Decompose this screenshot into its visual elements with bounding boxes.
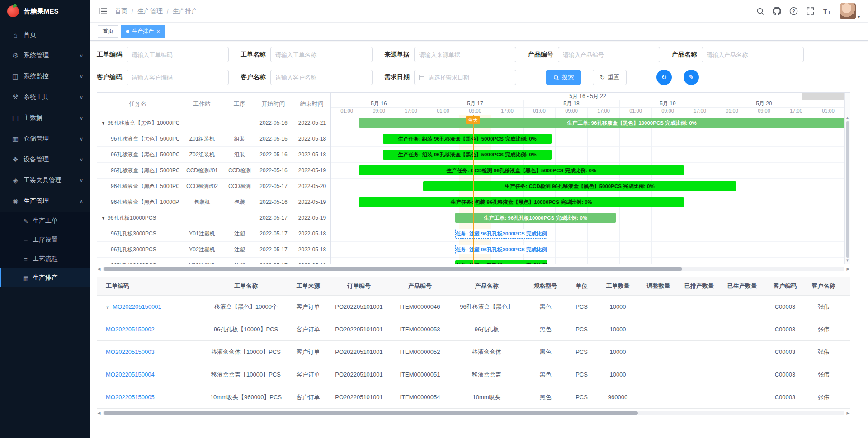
- table-cell: 10000: [596, 341, 639, 363]
- scroll-down-icon[interactable]: ▼: [846, 259, 849, 263]
- question-icon[interactable]: ?: [789, 7, 798, 16]
- gantt-bar[interactable]: 生产任务: 注塑 96孔孔板3000PCS 完成比例: 0%: [455, 229, 547, 239]
- expand-row-icon[interactable]: ∨: [106, 304, 109, 310]
- gantt-bar[interactable]: 生产任务: 注塑 96孔孔板3000PCS 完成比例: 0%: [455, 245, 547, 254]
- gantt-vertical-scrollbar[interactable]: ▲ ▼: [844, 93, 850, 264]
- svg-text:T: T: [828, 10, 830, 14]
- fullscreen-icon[interactable]: [806, 7, 815, 16]
- tree-toggle-icon[interactable]: ▼: [101, 121, 105, 126]
- edit-button[interactable]: ✎: [684, 70, 699, 85]
- master-data-icon: ▤: [10, 114, 21, 122]
- scrollbar-track[interactable]: [103, 267, 844, 271]
- table-row[interactable]: MO20220515000510mm吸头【960000】PCS客户订单PO202…: [97, 386, 850, 409]
- scroll-left-icon[interactable]: ◀: [97, 267, 101, 271]
- breadcrumb-item[interactable]: 生产管理: [137, 7, 163, 15]
- task-name-cell: 96孔移液盒【黑色】5000PCS: [97, 183, 179, 190]
- user-menu[interactable]: ▾: [840, 3, 860, 19]
- logo[interactable]: 苦糖果MES: [0, 0, 90, 23]
- sidebar-item-5[interactable]: ▤主数据∨: [0, 108, 90, 128]
- gantt-bar[interactable]: 生产工单: 96孔孔板10000PCS 完成比例: 0%: [455, 213, 616, 223]
- gantt-task-row[interactable]: ▼96孔孔板10000PCS2022-05-172022-05-19: [97, 210, 330, 226]
- sidebar-subitem-3[interactable]: ≡工艺流程: [0, 250, 90, 268]
- sidebar-subitem-1[interactable]: ✎生产工单: [0, 212, 90, 231]
- table-horizontal-scrollbar[interactable]: ◀ ▶: [97, 410, 850, 416]
- scrollbar-thumb[interactable]: [104, 411, 638, 415]
- scroll-up-icon[interactable]: ▲: [846, 116, 849, 120]
- work-order-link[interactable]: MO202205150004: [106, 371, 155, 378]
- gantt-task-row[interactable]: 96孔孔板3000PCSY03注塑机注塑2022-05-172022-05-18: [97, 258, 330, 264]
- sidebar-item-1[interactable]: ⌂首页: [0, 24, 90, 45]
- text-input-7[interactable]: [275, 74, 368, 81]
- table-row[interactable]: MO202205150004移液盒盒盖【10000】PCS客户订单PO20220…: [97, 363, 850, 386]
- gantt-task-row[interactable]: 96孔移液盒【黑色】5000PCSCCD检测#02CCD检测2022-05-17…: [97, 179, 330, 194]
- gantt-task-row[interactable]: 96孔孔板3000PCSY01注塑机注塑2022-05-172022-05-18: [97, 226, 330, 242]
- text-input-3[interactable]: [419, 52, 511, 58]
- gantt-task-row[interactable]: 96孔移液盒【黑色】10000PCS包装机包装2022-05-162022-05…: [97, 194, 330, 210]
- gantt-task-row[interactable]: 96孔移液盒【黑色】5000PCSCCD检测#01CCD检测2022-05-16…: [97, 163, 330, 179]
- table-column-header: 已排产数量: [678, 277, 721, 296]
- work-order-link[interactable]: MO202205150005: [106, 394, 155, 400]
- gantt-task-row[interactable]: 96孔移液盒【黑色】5000PCSZ01组装机组装2022-05-162022-…: [97, 131, 330, 147]
- text-input-2[interactable]: [275, 52, 368, 58]
- gantt-task-row[interactable]: 96孔孔板3000PCSY02注塑机注塑2022-05-172022-05-18: [97, 242, 330, 258]
- gantt-bar[interactable]: 生产任务: CCD检测 96孔移液盒【黑色】5000PCS 完成比例: 0%: [423, 181, 736, 191]
- sidebar-item-8[interactable]: ◈工装夹具管理∨: [0, 170, 90, 191]
- tab-2[interactable]: 生产排产×: [121, 25, 165, 38]
- gantt-task-row[interactable]: ▼96孔移液盒【黑色】10000PCS2022-05-162022-05-21: [97, 115, 330, 131]
- text-input-1[interactable]: [132, 52, 224, 58]
- tab-1[interactable]: 首页: [98, 25, 118, 38]
- table-cell: PO202205101001: [327, 318, 391, 341]
- gantt-task-row[interactable]: 96孔移液盒【黑色】5000PCSZ02组装机组装2022-05-162022-…: [97, 147, 330, 163]
- table-cell: [721, 363, 764, 386]
- sidebar-fold-icon[interactable]: [99, 7, 108, 15]
- reset-button[interactable]: ↻ 重置: [593, 70, 627, 85]
- sidebar-item-2[interactable]: ⚙系统管理∨: [0, 45, 90, 66]
- work-order-link[interactable]: MO202205150001: [113, 303, 161, 310]
- scrollbar-thumb[interactable]: [846, 121, 849, 258]
- work-order-link[interactable]: MO202205150002: [106, 326, 155, 333]
- scrollbar-thumb[interactable]: [104, 267, 682, 271]
- sidebar-item-9[interactable]: ◉生产管理∧: [0, 191, 90, 212]
- search-icon[interactable]: [756, 7, 765, 16]
- scroll-right-icon[interactable]: ▶: [846, 411, 850, 415]
- table-row[interactable]: MO20220515000296孔孔板【10000】PCS客户订单PO20220…: [97, 318, 850, 341]
- scroll-left-icon[interactable]: ◀: [97, 411, 101, 415]
- gantt-bar[interactable]: 生产任务: 注塑 96孔孔板3000PCS 完成比例: 0%: [455, 260, 547, 264]
- table-cell: 10000: [596, 296, 639, 318]
- text-input-4[interactable]: [563, 52, 655, 58]
- breadcrumb-item[interactable]: 首页: [115, 7, 127, 15]
- sidebar-item-3[interactable]: ◫系统监控∨: [0, 66, 90, 87]
- sidebar-item-label: 生产管理: [24, 197, 49, 205]
- sidebar-item-6[interactable]: ▦仓储管理∨: [0, 128, 90, 149]
- github-icon[interactable]: [773, 7, 782, 16]
- sidebar-subitem-4[interactable]: ▦生产排产: [0, 268, 90, 287]
- gantt-bar[interactable]: 生产任务: 组装 96孔移液盒【黑色】5000PCS 完成比例: 0%: [383, 150, 552, 160]
- text-input-5[interactable]: [707, 52, 799, 58]
- table-column-header: 工单来源: [289, 277, 327, 296]
- work-order-link[interactable]: MO202205150003: [106, 349, 155, 355]
- search-button[interactable]: 搜索: [546, 70, 581, 85]
- sidebar-item-7[interactable]: ❖设备管理∨: [0, 149, 90, 170]
- sidebar-item-4[interactable]: ⚒系统工具∨: [0, 87, 90, 108]
- date-input-8[interactable]: [428, 74, 511, 81]
- close-icon[interactable]: ×: [156, 28, 160, 34]
- table-row[interactable]: MO202205150003移液盒盒体【10000】PCS客户订单PO20220…: [97, 341, 850, 363]
- gantt-bar[interactable]: 生产任务: 组装 96孔移液盒【黑色】5000PCS 完成比例: 0%: [383, 134, 552, 144]
- gantt-bar[interactable]: 生产任务: CCD检测 96孔移液盒【黑色】5000PCS 完成比例: 0%: [359, 165, 684, 175]
- scroll-right-icon[interactable]: ▶: [846, 267, 850, 271]
- hour-header: 17:00: [491, 108, 524, 115]
- tree-toggle-icon[interactable]: ▼: [101, 216, 105, 221]
- refresh-button[interactable]: ↻: [656, 70, 672, 85]
- gantt-bar[interactable]: 生产任务: 包装 96孔移液盒【黑色】10000PCS 完成比例: 0%: [359, 197, 684, 207]
- fixture-icon: ◈: [10, 176, 21, 184]
- table-cell: 黑色: [524, 318, 567, 341]
- table-cell: 黑色: [524, 386, 567, 409]
- font-size-icon[interactable]: TT: [823, 7, 832, 16]
- sidebar-subitem-2[interactable]: ≣工序设置: [0, 231, 90, 250]
- gantt-bar[interactable]: 生产工单: 96孔移液盒【黑色】10000PCS 完成比例: 0%: [359, 118, 844, 128]
- table-row[interactable]: ∨MO202205150001移液盒【黑色】10000个客户订单PO202205…: [97, 296, 850, 318]
- gantt-horizontal-scrollbar[interactable]: ◀ ▶: [97, 266, 850, 272]
- table-cell: 黑色: [524, 363, 567, 386]
- text-input-6[interactable]: [132, 74, 224, 81]
- scrollbar-track[interactable]: [103, 411, 844, 415]
